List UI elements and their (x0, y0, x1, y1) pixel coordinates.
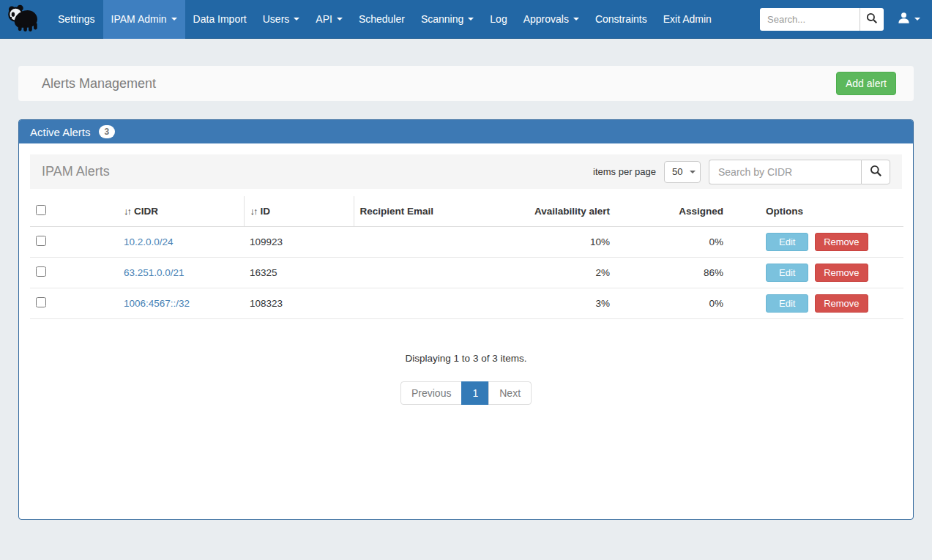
id-cell: 16325 (244, 258, 354, 288)
toolbar-controls: items per page 50 (593, 160, 890, 184)
navbar-search-button[interactable] (860, 8, 884, 31)
table-row: 1006:4567::/32 108323 3% 0% Edit Remove (30, 288, 903, 319)
id-cell: 109923 (244, 227, 354, 258)
remove-button[interactable]: Remove (815, 294, 868, 313)
row-checkbox[interactable] (36, 297, 46, 307)
edit-button[interactable]: Edit (766, 264, 808, 282)
page-title: Alerts Management (42, 76, 836, 92)
row-checkbox[interactable] (36, 266, 46, 277)
col-recipient-email-header: Recipient Email (354, 196, 507, 227)
items-per-page-label: items per page (593, 166, 656, 177)
user-icon (898, 12, 910, 27)
panel-body: IPAM Alerts items per page 50 (19, 143, 913, 519)
options-cell: Edit Remove (729, 227, 903, 258)
checkbox-cell (30, 288, 118, 319)
caret-down-icon (171, 18, 177, 20)
items-per-page-select[interactable]: 50 (664, 161, 701, 183)
assigned-cell: 0% (616, 227, 729, 258)
caret-down-icon (573, 18, 579, 20)
col-options-header: Options (729, 196, 903, 227)
nav-item-exit-admin[interactable]: Exit Admin (655, 0, 720, 39)
alert-count-badge: 3 (99, 125, 116, 138)
panel-heading: Active Alerts 3 (19, 120, 913, 143)
availability-cell: 3% (507, 288, 616, 319)
navbar-search (760, 8, 884, 31)
search-icon (866, 12, 878, 26)
cidr-cell: 10.2.0.0/24 (118, 227, 244, 258)
cidr-cell: 1006:4567::/32 (118, 288, 244, 319)
pagination: Previous 1 Next (400, 381, 532, 405)
table-row: 63.251.0.0/21 16325 2% 86% Edit Remove (30, 258, 903, 288)
options-cell: Edit Remove (729, 288, 903, 319)
panda-logo-icon (4, 4, 40, 34)
availability-cell: 2% (507, 258, 616, 288)
pagination-next[interactable]: Next (488, 381, 532, 405)
nav-item-approvals[interactable]: Approvals (515, 0, 587, 39)
edit-button[interactable]: Edit (766, 294, 808, 313)
nav-item-api[interactable]: API (307, 0, 351, 39)
col-cidr-header[interactable]: ↓↑CIDR (118, 196, 244, 227)
select-all-checkbox[interactable] (36, 205, 46, 215)
col-assigned-header: Assigned (616, 196, 729, 227)
cidr-cell: 63.251.0.0/21 (118, 258, 244, 288)
table-footer: Displaying 1 to 3 of 3 items. Previous 1… (30, 353, 902, 405)
row-checkbox[interactable] (36, 236, 46, 246)
col-id-header[interactable]: ↓↑ID (244, 196, 354, 227)
options-cell: Edit Remove (729, 258, 903, 288)
user-menu[interactable] (895, 12, 923, 27)
page-header: Alerts Management Add alert (18, 66, 914, 101)
navbar-search-input[interactable] (760, 8, 860, 31)
search-icon (870, 165, 882, 179)
table-row: 10.2.0.0/24 109923 10% 0% Edit Remove (30, 227, 903, 258)
nav-item-scanning[interactable]: Scanning (413, 0, 482, 39)
recipient-email-cell (354, 288, 507, 319)
nav-item-scheduler[interactable]: Scheduler (351, 0, 413, 39)
caret-down-icon (468, 18, 474, 20)
nav-item-log[interactable]: Log (482, 0, 515, 39)
cidr-search-group (709, 160, 890, 184)
checkbox-cell (30, 227, 118, 258)
nav-item-users[interactable]: Users (255, 0, 308, 39)
nav-item-settings[interactable]: Settings (50, 0, 103, 39)
remove-button[interactable]: Remove (815, 264, 868, 282)
cidr-link[interactable]: 63.251.0.0/21 (124, 267, 184, 278)
top-navbar: Settings IPAM Admin Data Import Users AP… (0, 0, 932, 39)
recipient-email-cell (354, 227, 507, 258)
nav-item-data-import[interactable]: Data Import (185, 0, 255, 39)
results-summary: Displaying 1 to 3 of 3 items. (30, 353, 902, 364)
nav-item-constraints[interactable]: Constraints (587, 0, 655, 39)
caret-down-icon (914, 18, 920, 20)
sort-icon: ↓↑ (124, 206, 130, 217)
cidr-link[interactable]: 10.2.0.0/24 (124, 236, 174, 247)
edit-button[interactable]: Edit (766, 233, 808, 251)
recipient-email-cell (354, 258, 507, 288)
remove-button[interactable]: Remove (815, 233, 868, 251)
alerts-table: ↓↑CIDR ↓↑ID Recipient Email Availability… (30, 196, 903, 319)
cidr-link[interactable]: 1006:4567::/32 (124, 298, 190, 309)
panel-title: Active Alerts (30, 126, 91, 138)
caret-down-icon (337, 18, 343, 20)
nav-item-ipam-admin[interactable]: IPAM Admin (103, 0, 185, 39)
page-container: Alerts Management Add alert Active Alert… (18, 66, 914, 520)
cidr-search-input[interactable] (709, 160, 861, 184)
table-heading: IPAM Alerts (42, 164, 110, 179)
select-all-header (30, 196, 118, 227)
cidr-search-button[interactable] (861, 160, 890, 184)
id-cell: 108323 (244, 288, 354, 319)
sort-icon: ↓↑ (250, 206, 257, 217)
pagination-page-1[interactable]: 1 (461, 381, 489, 405)
items-per-page-wrap: 50 (664, 161, 701, 183)
assigned-cell: 0% (616, 288, 729, 319)
availability-cell: 10% (507, 227, 616, 258)
add-alert-button[interactable]: Add alert (836, 72, 896, 95)
app-logo[interactable] (4, 4, 41, 34)
pagination-previous[interactable]: Previous (400, 381, 462, 405)
main-menu: Settings IPAM Admin Data Import Users AP… (50, 0, 720, 39)
table-header-row: ↓↑CIDR ↓↑ID Recipient Email Availability… (30, 196, 903, 227)
assigned-cell: 86% (616, 258, 729, 288)
table-toolbar: IPAM Alerts items per page 50 (30, 154, 902, 189)
caret-down-icon (294, 18, 299, 20)
checkbox-cell (30, 258, 118, 288)
navbar-right (760, 8, 923, 31)
active-alerts-panel: Active Alerts 3 IPAM Alerts items per pa… (18, 119, 914, 520)
